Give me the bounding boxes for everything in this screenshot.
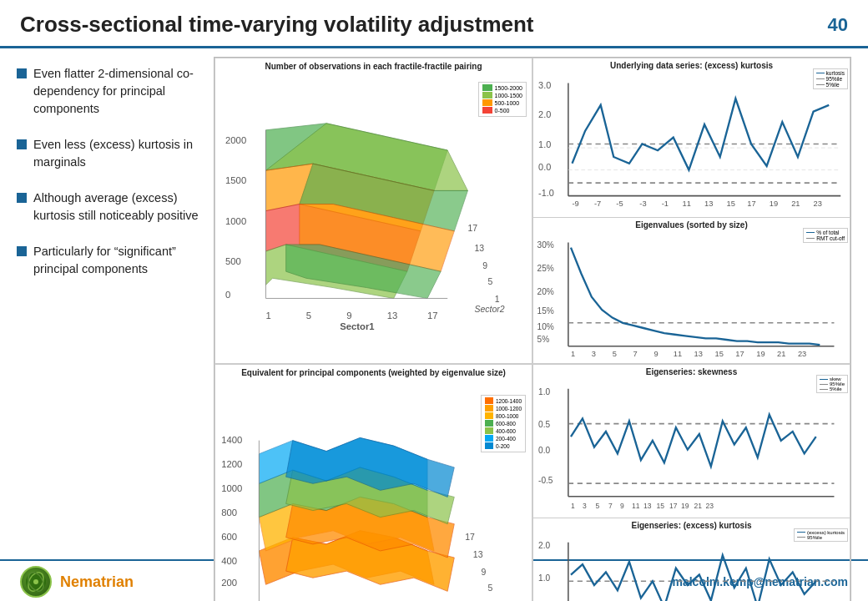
bullet-icon bbox=[17, 193, 27, 203]
svg-text:3: 3 bbox=[592, 350, 596, 358]
right-column-top: Underlying data series: (excess) kurtosi… bbox=[532, 58, 850, 364]
svg-text:11: 11 bbox=[683, 199, 691, 208]
chart-eigenvalues: Eigenvalues (sorted by size) 30% 25% 20%… bbox=[533, 218, 850, 363]
svg-text:-3: -3 bbox=[639, 199, 646, 208]
svg-text:1.0: 1.0 bbox=[538, 139, 551, 149]
svg-text:0.0: 0.0 bbox=[538, 162, 551, 172]
svg-text:15%: 15% bbox=[537, 306, 554, 316]
svg-text:5: 5 bbox=[306, 311, 311, 321]
svg-text:13: 13 bbox=[387, 311, 398, 321]
svg-text:400: 400 bbox=[221, 556, 237, 566]
svg-text:21: 21 bbox=[694, 502, 703, 510]
chart-legend: kurtosis 95%ile 5%ile bbox=[813, 68, 848, 89]
svg-text:Sector2: Sector2 bbox=[474, 305, 504, 314]
svg-text:30%: 30% bbox=[537, 240, 554, 250]
footer-brand-area: Nematrian bbox=[20, 566, 134, 598]
chart-legend: (excess) kurtosis 95%ile bbox=[794, 528, 848, 542]
svg-text:7: 7 bbox=[633, 350, 638, 358]
right-column-bottom: Eigenseries: skewness 1.0 0.5 0.0 -0.5 bbox=[532, 364, 850, 601]
chart-title: Number of observations in each fractile-… bbox=[265, 62, 482, 72]
svg-text:15: 15 bbox=[657, 502, 665, 510]
svg-text:19: 19 bbox=[756, 350, 765, 358]
svg-text:-7: -7 bbox=[594, 199, 601, 208]
svg-text:1000: 1000 bbox=[225, 216, 246, 226]
svg-text:-1.0: -1.0 bbox=[538, 188, 554, 198]
svg-text:13: 13 bbox=[643, 502, 652, 510]
list-item: Although average (excess) kurtosis still… bbox=[17, 189, 200, 225]
chart-title: Underlying data series: (excess) kurtosi… bbox=[536, 61, 847, 71]
brand-name: Nematrian bbox=[60, 573, 134, 591]
svg-text:5: 5 bbox=[595, 502, 599, 510]
svg-text:800: 800 bbox=[221, 508, 237, 518]
svg-text:2.0: 2.0 bbox=[538, 541, 550, 550]
svg-text:17: 17 bbox=[427, 311, 438, 321]
chart-legend: 1500-2000 1000-1500 500-1000 0-500 bbox=[478, 82, 527, 117]
svg-text:0: 0 bbox=[225, 290, 230, 300]
svg-text:1.0: 1.0 bbox=[538, 388, 550, 397]
svg-text:Sector1: Sector1 bbox=[340, 321, 374, 331]
svg-text:-0.5: -0.5 bbox=[538, 476, 553, 485]
chart-legend: 1200-1400 1000-1200 800-1000 600-800 400… bbox=[481, 395, 526, 452]
svg-text:23: 23 bbox=[706, 502, 714, 510]
list-item: Even flatter 2-dimensional co-dependency… bbox=[17, 65, 200, 118]
svg-text:1: 1 bbox=[571, 350, 575, 358]
svg-text:1500: 1500 bbox=[225, 175, 246, 185]
svg-text:17: 17 bbox=[669, 502, 678, 510]
chart-principal-components: Equivalent for principal components (wei… bbox=[214, 364, 532, 601]
chart-body: 2000 1500 1000 500 0 1 5 9 13 17 Sector1 bbox=[219, 73, 528, 361]
svg-text:500: 500 bbox=[225, 256, 241, 266]
bullet-list: Even flatter 2-dimensional co-dependency… bbox=[17, 57, 200, 558]
svg-text:20%: 20% bbox=[537, 287, 554, 296]
svg-text:1.0: 1.0 bbox=[538, 573, 550, 583]
svg-text:5: 5 bbox=[488, 584, 493, 593]
svg-text:1: 1 bbox=[495, 295, 500, 304]
svg-text:5%: 5% bbox=[537, 335, 550, 344]
svg-text:5: 5 bbox=[488, 277, 493, 286]
chart-eigenseries-kurtosis: Eigenseries: (excess) kurtosis 2.0 1.0 0… bbox=[533, 518, 850, 601]
chart-title: Equivalent for principal components (wei… bbox=[241, 368, 506, 378]
chart-kurtosis: Underlying data series: (excess) kurtosi… bbox=[533, 58, 850, 218]
chart-title: Eigenseries: skewness bbox=[536, 367, 847, 377]
svg-text:23: 23 bbox=[798, 350, 806, 358]
chart-eigenseries-skewness: Eigenseries: skewness 1.0 0.5 0.0 -0.5 bbox=[533, 365, 850, 518]
svg-text:10%: 10% bbox=[537, 322, 554, 331]
chart-observations: Number of observations in each fractile-… bbox=[214, 58, 532, 364]
svg-point-143 bbox=[33, 579, 38, 584]
svg-text:0.5: 0.5 bbox=[538, 421, 550, 430]
svg-text:17: 17 bbox=[467, 224, 477, 233]
svg-text:1: 1 bbox=[571, 502, 575, 510]
bullet-text: Although average (excess) kurtosis still… bbox=[33, 189, 200, 225]
svg-text:11: 11 bbox=[632, 502, 640, 510]
svg-text:13: 13 bbox=[704, 199, 713, 208]
svg-text:19: 19 bbox=[770, 199, 778, 208]
svg-text:9: 9 bbox=[482, 261, 487, 270]
svg-text:9: 9 bbox=[654, 350, 658, 358]
eigenkurtosis-svg: 2.0 1.0 0.0 -1.0 1 3 5 7 9 bbox=[536, 533, 847, 601]
bullet-icon bbox=[17, 68, 27, 78]
logo bbox=[20, 566, 52, 598]
svg-text:1: 1 bbox=[265, 311, 270, 321]
svg-text:21: 21 bbox=[791, 199, 800, 208]
svg-text:13: 13 bbox=[474, 244, 484, 253]
logo-icon bbox=[24, 570, 48, 593]
eigenvalues-svg: 30% 25% 20% 15% 10% 5% 1 3 5 bbox=[536, 232, 847, 361]
svg-text:5: 5 bbox=[613, 350, 617, 358]
svg-text:21: 21 bbox=[777, 350, 785, 358]
svg-text:17: 17 bbox=[465, 533, 475, 542]
svg-text:25%: 25% bbox=[537, 264, 554, 273]
header: Cross-sectional time-varying volatility … bbox=[0, 0, 868, 48]
list-item: Even less (excess) kurtosis in marginals bbox=[17, 136, 200, 171]
charts-grid: Number of observations in each fractile-… bbox=[214, 57, 851, 601]
chart-title: Eigenvalues (sorted by size) bbox=[536, 220, 847, 230]
chart-legend: % of total RMT cut-off bbox=[803, 228, 848, 243]
svg-text:2000: 2000 bbox=[225, 135, 246, 145]
svg-text:1000: 1000 bbox=[221, 483, 242, 493]
svg-text:600: 600 bbox=[221, 532, 237, 542]
svg-text:3: 3 bbox=[583, 502, 587, 510]
bullet-icon bbox=[17, 139, 27, 149]
kurtosis-svg: 3.0 2.0 1.0 0.0 -1.0 -9 -7 bbox=[536, 73, 847, 215]
svg-text:1400: 1400 bbox=[221, 435, 242, 445]
svg-text:2.0: 2.0 bbox=[538, 109, 551, 119]
page-title: Cross-sectional time-varying volatility … bbox=[20, 12, 534, 38]
svg-text:-1: -1 bbox=[662, 199, 669, 208]
